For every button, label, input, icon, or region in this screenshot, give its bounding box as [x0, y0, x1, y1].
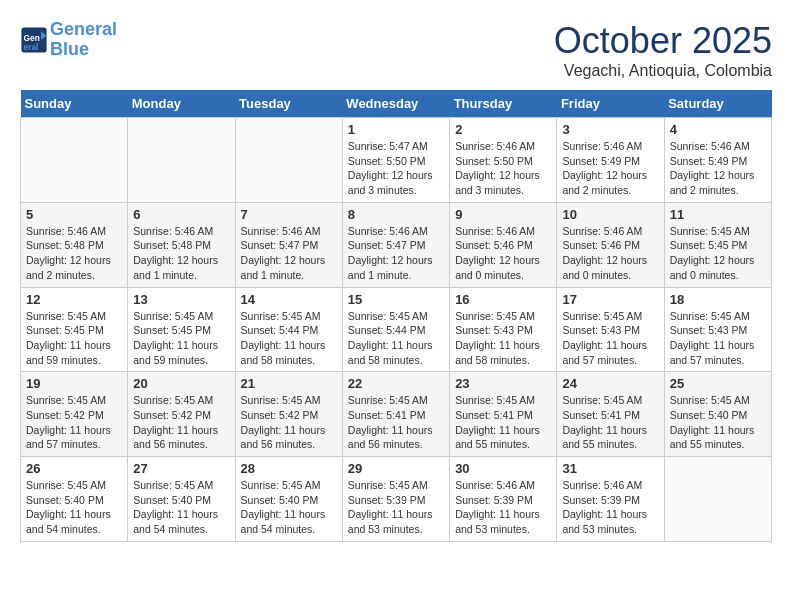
calendar-cell: 19Sunrise: 5:45 AM Sunset: 5:42 PM Dayli… — [21, 372, 128, 457]
calendar-cell: 12Sunrise: 5:45 AM Sunset: 5:45 PM Dayli… — [21, 287, 128, 372]
day-number: 23 — [455, 376, 551, 391]
day-info: Sunrise: 5:46 AM Sunset: 5:48 PM Dayligh… — [133, 224, 229, 283]
day-number: 8 — [348, 207, 444, 222]
calendar-cell — [664, 457, 771, 542]
weekday-header: Sunday — [21, 90, 128, 118]
calendar-cell: 22Sunrise: 5:45 AM Sunset: 5:41 PM Dayli… — [342, 372, 449, 457]
day-info: Sunrise: 5:45 AM Sunset: 5:41 PM Dayligh… — [562, 393, 658, 452]
day-number: 11 — [670, 207, 766, 222]
day-number: 25 — [670, 376, 766, 391]
calendar-cell: 11Sunrise: 5:45 AM Sunset: 5:45 PM Dayli… — [664, 202, 771, 287]
day-info: Sunrise: 5:46 AM Sunset: 5:46 PM Dayligh… — [455, 224, 551, 283]
day-number: 15 — [348, 292, 444, 307]
day-number: 30 — [455, 461, 551, 476]
day-number: 16 — [455, 292, 551, 307]
calendar-week-row: 26Sunrise: 5:45 AM Sunset: 5:40 PM Dayli… — [21, 457, 772, 542]
day-info: Sunrise: 5:45 AM Sunset: 5:41 PM Dayligh… — [455, 393, 551, 452]
calendar-week-row: 12Sunrise: 5:45 AM Sunset: 5:45 PM Dayli… — [21, 287, 772, 372]
day-number: 13 — [133, 292, 229, 307]
calendar-cell — [21, 118, 128, 203]
day-number: 26 — [26, 461, 122, 476]
calendar-week-row: 19Sunrise: 5:45 AM Sunset: 5:42 PM Dayli… — [21, 372, 772, 457]
day-number: 5 — [26, 207, 122, 222]
day-number: 1 — [348, 122, 444, 137]
day-info: Sunrise: 5:46 AM Sunset: 5:39 PM Dayligh… — [562, 478, 658, 537]
day-number: 3 — [562, 122, 658, 137]
day-number: 20 — [133, 376, 229, 391]
day-info: Sunrise: 5:45 AM Sunset: 5:45 PM Dayligh… — [670, 224, 766, 283]
day-info: Sunrise: 5:46 AM Sunset: 5:49 PM Dayligh… — [562, 139, 658, 198]
weekday-header: Thursday — [450, 90, 557, 118]
day-info: Sunrise: 5:47 AM Sunset: 5:50 PM Dayligh… — [348, 139, 444, 198]
day-number: 22 — [348, 376, 444, 391]
day-number: 21 — [241, 376, 337, 391]
logo: Gen eral General Blue — [20, 20, 117, 60]
header: Gen eral General Blue October 2025 Vegac… — [20, 20, 772, 80]
day-info: Sunrise: 5:45 AM Sunset: 5:43 PM Dayligh… — [455, 309, 551, 368]
calendar-cell: 2Sunrise: 5:46 AM Sunset: 5:50 PM Daylig… — [450, 118, 557, 203]
calendar-cell: 1Sunrise: 5:47 AM Sunset: 5:50 PM Daylig… — [342, 118, 449, 203]
calendar-cell: 9Sunrise: 5:46 AM Sunset: 5:46 PM Daylig… — [450, 202, 557, 287]
calendar-cell: 17Sunrise: 5:45 AM Sunset: 5:43 PM Dayli… — [557, 287, 664, 372]
day-info: Sunrise: 5:45 AM Sunset: 5:39 PM Dayligh… — [348, 478, 444, 537]
calendar-cell: 18Sunrise: 5:45 AM Sunset: 5:43 PM Dayli… — [664, 287, 771, 372]
day-number: 31 — [562, 461, 658, 476]
calendar-week-row: 5Sunrise: 5:46 AM Sunset: 5:48 PM Daylig… — [21, 202, 772, 287]
calendar-table: SundayMondayTuesdayWednesdayThursdayFrid… — [20, 90, 772, 542]
calendar-cell: 15Sunrise: 5:45 AM Sunset: 5:44 PM Dayli… — [342, 287, 449, 372]
calendar-cell: 13Sunrise: 5:45 AM Sunset: 5:45 PM Dayli… — [128, 287, 235, 372]
weekday-header: Wednesday — [342, 90, 449, 118]
calendar-cell: 6Sunrise: 5:46 AM Sunset: 5:48 PM Daylig… — [128, 202, 235, 287]
day-number: 17 — [562, 292, 658, 307]
weekday-header: Friday — [557, 90, 664, 118]
location-title: Vegachi, Antioquia, Colombia — [554, 62, 772, 80]
day-number: 27 — [133, 461, 229, 476]
day-number: 28 — [241, 461, 337, 476]
calendar-cell: 14Sunrise: 5:45 AM Sunset: 5:44 PM Dayli… — [235, 287, 342, 372]
calendar-cell: 29Sunrise: 5:45 AM Sunset: 5:39 PM Dayli… — [342, 457, 449, 542]
calendar-cell: 10Sunrise: 5:46 AM Sunset: 5:46 PM Dayli… — [557, 202, 664, 287]
day-info: Sunrise: 5:45 AM Sunset: 5:44 PM Dayligh… — [241, 309, 337, 368]
day-info: Sunrise: 5:45 AM Sunset: 5:40 PM Dayligh… — [26, 478, 122, 537]
title-area: October 2025 Vegachi, Antioquia, Colombi… — [554, 20, 772, 80]
weekday-header-row: SundayMondayTuesdayWednesdayThursdayFrid… — [21, 90, 772, 118]
day-info: Sunrise: 5:45 AM Sunset: 5:42 PM Dayligh… — [133, 393, 229, 452]
day-number: 4 — [670, 122, 766, 137]
calendar-cell: 27Sunrise: 5:45 AM Sunset: 5:40 PM Dayli… — [128, 457, 235, 542]
day-number: 7 — [241, 207, 337, 222]
weekday-header: Monday — [128, 90, 235, 118]
day-info: Sunrise: 5:45 AM Sunset: 5:42 PM Dayligh… — [26, 393, 122, 452]
calendar-cell: 31Sunrise: 5:46 AM Sunset: 5:39 PM Dayli… — [557, 457, 664, 542]
day-info: Sunrise: 5:46 AM Sunset: 5:47 PM Dayligh… — [241, 224, 337, 283]
day-number: 29 — [348, 461, 444, 476]
calendar-cell: 24Sunrise: 5:45 AM Sunset: 5:41 PM Dayli… — [557, 372, 664, 457]
logo-icon: Gen eral — [20, 26, 48, 54]
day-info: Sunrise: 5:45 AM Sunset: 5:45 PM Dayligh… — [133, 309, 229, 368]
day-info: Sunrise: 5:45 AM Sunset: 5:43 PM Dayligh… — [670, 309, 766, 368]
day-info: Sunrise: 5:45 AM Sunset: 5:41 PM Dayligh… — [348, 393, 444, 452]
day-number: 9 — [455, 207, 551, 222]
calendar-cell: 20Sunrise: 5:45 AM Sunset: 5:42 PM Dayli… — [128, 372, 235, 457]
month-title: October 2025 — [554, 20, 772, 62]
day-number: 19 — [26, 376, 122, 391]
calendar-cell: 21Sunrise: 5:45 AM Sunset: 5:42 PM Dayli… — [235, 372, 342, 457]
calendar-week-row: 1Sunrise: 5:47 AM Sunset: 5:50 PM Daylig… — [21, 118, 772, 203]
day-info: Sunrise: 5:45 AM Sunset: 5:40 PM Dayligh… — [241, 478, 337, 537]
svg-text:eral: eral — [24, 42, 39, 52]
calendar-cell: 3Sunrise: 5:46 AM Sunset: 5:49 PM Daylig… — [557, 118, 664, 203]
weekday-header: Saturday — [664, 90, 771, 118]
logo-text: General Blue — [50, 20, 117, 60]
day-number: 24 — [562, 376, 658, 391]
day-number: 2 — [455, 122, 551, 137]
calendar-cell: 23Sunrise: 5:45 AM Sunset: 5:41 PM Dayli… — [450, 372, 557, 457]
calendar-cell: 30Sunrise: 5:46 AM Sunset: 5:39 PM Dayli… — [450, 457, 557, 542]
day-info: Sunrise: 5:45 AM Sunset: 5:40 PM Dayligh… — [133, 478, 229, 537]
calendar-cell: 28Sunrise: 5:45 AM Sunset: 5:40 PM Dayli… — [235, 457, 342, 542]
calendar-cell: 5Sunrise: 5:46 AM Sunset: 5:48 PM Daylig… — [21, 202, 128, 287]
day-info: Sunrise: 5:45 AM Sunset: 5:44 PM Dayligh… — [348, 309, 444, 368]
day-info: Sunrise: 5:45 AM Sunset: 5:45 PM Dayligh… — [26, 309, 122, 368]
calendar-cell: 25Sunrise: 5:45 AM Sunset: 5:40 PM Dayli… — [664, 372, 771, 457]
day-number: 10 — [562, 207, 658, 222]
weekday-header: Tuesday — [235, 90, 342, 118]
day-info: Sunrise: 5:45 AM Sunset: 5:40 PM Dayligh… — [670, 393, 766, 452]
